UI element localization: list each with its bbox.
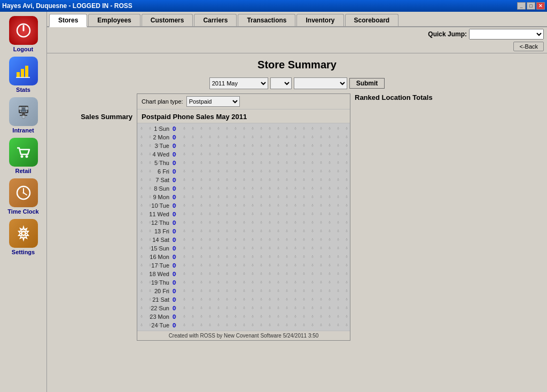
chart-row-label: 1 Sun	[139, 126, 171, 132]
chart-row-label: 3 Tue	[139, 143, 171, 149]
chart-row-bar: 0	[171, 185, 348, 192]
tab-scoreboard[interactable]: Scoreboard	[345, 14, 399, 26]
year-month-select[interactable]: 2011 May	[209, 77, 268, 89]
chart-row: 14 Sat 0	[137, 236, 350, 244]
chart-row-label: 13 Fri	[139, 228, 171, 234]
tab-inventory[interactable]: Inventory	[296, 14, 343, 26]
chart-rows: 1 Sun 0 2 Mon 0 3 Tue 0 4 Wed 0 5 Thu 0	[137, 123, 350, 331]
chart-row: 16 Mon 0	[137, 253, 350, 261]
chart-row-bar: 0	[171, 210, 348, 218]
sidebar-logout-label: Logout	[13, 46, 33, 52]
maximize-button[interactable]: □	[527, 2, 535, 10]
title-bar: Hayes Avi, Duquesne - LOGGED IN - ROSS _…	[0, 0, 547, 12]
sidebar-item-logout[interactable]: Logout	[4, 16, 43, 52]
quick-jump-label: Quick Jump:	[428, 30, 467, 38]
retail-icon	[9, 138, 38, 167]
sidebar-item-intranet[interactable]: Intranet	[4, 97, 43, 134]
chart-row: 22 Sun 0	[137, 304, 350, 312]
sales-summary-heading: Sales Summary	[52, 113, 132, 121]
svg-point-10	[19, 107, 22, 110]
tab-transactions[interactable]: Transactions	[238, 14, 295, 26]
svg-rect-4	[25, 66, 28, 77]
tab-customers[interactable]: Customers	[142, 14, 193, 26]
chart-row-bar: 0	[171, 236, 348, 244]
close-button[interactable]: ✕	[536, 2, 545, 10]
chart-row: 11 Wed 0	[137, 210, 350, 218]
chart-row-bar: 0	[171, 202, 348, 209]
chart-row-label: 19 Thu	[139, 279, 171, 286]
chart-row-label: 24 Tue	[139, 322, 171, 328]
chart-row: 4 Wed 0	[137, 150, 350, 159]
chart-row-value: 0	[173, 237, 176, 243]
chart-row-bar: 0	[171, 142, 348, 150]
title-bar-buttons: _ □ ✕	[517, 2, 545, 10]
tab-carriers[interactable]: Carriers	[194, 14, 237, 26]
title-bar-text: Hayes Avi, Duquesne - LOGGED IN - ROSS	[2, 2, 132, 10]
ranked-location-heading: Ranked Location Totals	[355, 93, 433, 101]
chart-row-bar: 0	[171, 313, 348, 320]
svg-point-17	[25, 155, 28, 158]
tab-employees[interactable]: Employees	[88, 14, 140, 26]
svg-rect-3	[21, 69, 24, 77]
chart-row: 13 Fri 0	[137, 227, 350, 236]
period-select[interactable]	[270, 77, 292, 89]
chart-row-bar: 0	[171, 279, 348, 286]
chart-header: Chart plan type: Postpaid	[137, 94, 350, 109]
chart-footer: Created with ROSS by New Covenant Softwa…	[137, 331, 350, 340]
chart-row-label: 7 Sat	[139, 177, 171, 183]
chart-row-label: 4 Wed	[139, 151, 171, 158]
sidebar-item-retail[interactable]: Retail	[4, 138, 43, 174]
settings-icon	[9, 219, 38, 248]
minimize-button[interactable]: _	[517, 2, 526, 10]
chart-row-bar: 0	[171, 287, 348, 295]
chart-row-label: 17 Tue	[139, 262, 171, 269]
chart-row-bar: 0	[171, 168, 348, 175]
submit-button[interactable]: Submit	[349, 78, 385, 89]
chart-row-bar: 0	[171, 193, 348, 201]
chart-row-bar: 0	[171, 253, 348, 261]
store-select[interactable]	[294, 77, 347, 89]
content-area: Stores Employees Customers Carriers Tran…	[47, 12, 547, 392]
page-title: Store Summary	[52, 59, 542, 71]
chart-row-bar: 0	[171, 125, 348, 132]
chart-row-label: 20 Fri	[139, 288, 171, 294]
plan-type-select[interactable]: Postpaid	[186, 96, 240, 107]
chart-row-value: 0	[173, 194, 176, 200]
chart-row: 19 Thu 0	[137, 278, 350, 287]
sidebar-intranet-label: Intranet	[12, 127, 34, 134]
chart-row-bar: 0	[171, 219, 348, 226]
back-button[interactable]: <-Back	[513, 42, 544, 51]
chart-row-label: 10 Tue	[139, 202, 171, 209]
chart-row: 17 Tue 0	[137, 261, 350, 270]
chart-row: 2 Mon 0	[137, 133, 350, 142]
logout-icon	[9, 16, 38, 45]
chart-row-value: 0	[173, 322, 176, 328]
chart-row-value: 0	[173, 313, 176, 320]
svg-point-24	[22, 232, 25, 235]
sidebar-item-settings[interactable]: Settings	[4, 219, 43, 255]
sidebar-item-stats[interactable]: Stats	[4, 57, 43, 93]
sidebar-timeclock-label: Time Clock	[7, 208, 39, 215]
chart-row-value: 0	[173, 262, 176, 269]
chart-row: 18 Wed 0	[137, 270, 350, 278]
chart-row: 21 Sat 0	[137, 295, 350, 304]
chart-row-bar: 0	[171, 245, 348, 252]
chart-row-value: 0	[173, 134, 176, 140]
chart-row-value: 0	[173, 151, 176, 158]
chart-row-bar: 0	[171, 228, 348, 235]
chart-row: 12 Thu 0	[137, 218, 350, 227]
main-container: Logout Stats	[0, 12, 547, 392]
svg-point-21	[22, 192, 24, 194]
chart-row-label: 15 Sun	[139, 245, 171, 252]
chart-row-label: 11 Wed	[139, 211, 171, 217]
chart-row: 5 Thu 0	[137, 159, 350, 167]
chart-row-label: 18 Wed	[139, 271, 171, 277]
chart-title: Postpaid Phone Sales May 2011	[137, 109, 350, 123]
quick-jump-select[interactable]	[469, 29, 544, 40]
chart-row-value: 0	[173, 143, 176, 149]
chart-row-value: 0	[173, 211, 176, 217]
sidebar-item-timeclock[interactable]: Time Clock	[4, 178, 43, 215]
chart-row-value: 0	[173, 271, 176, 277]
tab-stores[interactable]: Stores	[49, 14, 87, 27]
chart-row-value: 0	[173, 228, 176, 234]
